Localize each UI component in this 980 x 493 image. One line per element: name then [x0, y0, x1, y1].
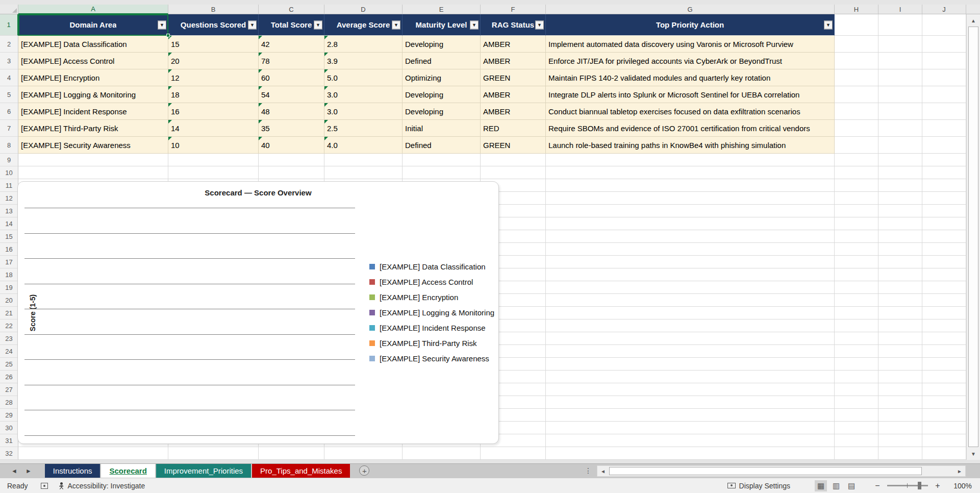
- cell-H17[interactable]: [835, 256, 878, 268]
- cell-E32[interactable]: [403, 447, 481, 460]
- cell-H16[interactable]: [835, 243, 878, 256]
- row-header-32[interactable]: 32: [0, 447, 18, 460]
- cell-H24[interactable]: [835, 345, 878, 358]
- cell-A1[interactable]: Domain Area▼: [18, 14, 168, 36]
- cell-G31[interactable]: [546, 434, 835, 447]
- legend-item[interactable]: [EXAMPLE] Third-Party Risk: [369, 335, 494, 351]
- cell-I1[interactable]: [878, 14, 922, 36]
- cell-A6[interactable]: [EXAMPLE] Incident Response: [18, 103, 168, 120]
- cell-H4[interactable]: [835, 69, 878, 86]
- cell-G18[interactable]: [546, 268, 835, 281]
- row-header-3[interactable]: 3: [0, 53, 18, 69]
- filter-dropdown-icon[interactable]: ▼: [824, 20, 833, 29]
- cell-B7[interactable]: 14: [168, 120, 259, 137]
- cell-I15[interactable]: [878, 230, 922, 243]
- cell-G14[interactable]: [546, 217, 835, 230]
- cell-J7[interactable]: [922, 120, 966, 137]
- row-header-25[interactable]: 25: [0, 358, 18, 371]
- cell-J4[interactable]: [922, 69, 966, 86]
- cell-J21[interactable]: [922, 307, 966, 319]
- cell-E1[interactable]: Maturity Level▼: [403, 14, 481, 36]
- cell-A5[interactable]: [EXAMPLE] Logging & Monitoring: [18, 86, 168, 103]
- row-header-31[interactable]: 31: [0, 434, 18, 447]
- cell-F7[interactable]: RED: [481, 120, 546, 137]
- cell-H12[interactable]: [835, 192, 878, 205]
- cell-J15[interactable]: [922, 230, 966, 243]
- column-header-F[interactable]: F: [481, 5, 546, 14]
- cell-I22[interactable]: [878, 319, 922, 332]
- cell-C4[interactable]: 60: [259, 69, 324, 86]
- cell-J30[interactable]: [922, 422, 966, 434]
- cell-G7[interactable]: Require SBOMs and evidence of ISO 27001 …: [546, 120, 835, 137]
- cell-I2[interactable]: [878, 36, 922, 53]
- cell-G26[interactable]: [546, 371, 835, 383]
- cell-E6[interactable]: Developing: [403, 103, 481, 120]
- cell-I7[interactable]: [878, 120, 922, 137]
- cell-J32[interactable]: [922, 447, 966, 460]
- cell-C2[interactable]: 42: [259, 36, 324, 53]
- cell-D3[interactable]: 3.9: [324, 53, 403, 69]
- cell-F32[interactable]: [481, 447, 546, 460]
- page-break-view-button[interactable]: ▤: [845, 480, 858, 491]
- cell-H3[interactable]: [835, 53, 878, 69]
- cell-B32[interactable]: [168, 447, 259, 460]
- cell-F6[interactable]: AMBER: [481, 103, 546, 120]
- cell-J1[interactable]: [922, 14, 966, 36]
- cell-B1[interactable]: Questions Scored▼: [168, 14, 259, 36]
- legend-item[interactable]: [EXAMPLE] Data Classification: [369, 259, 494, 274]
- row-header-23[interactable]: 23: [0, 332, 18, 345]
- zoom-level[interactable]: 100%: [951, 482, 972, 490]
- cell-I9[interactable]: [878, 154, 922, 166]
- cell-G3[interactable]: Enforce JIT/JEA for privileged accounts …: [546, 53, 835, 69]
- cell-G19[interactable]: [546, 281, 835, 294]
- cell-I32[interactable]: [878, 447, 922, 460]
- scroll-left-icon[interactable]: ◄: [597, 466, 609, 476]
- row-header-17[interactable]: 17: [0, 256, 18, 268]
- zoom-slider-thumb[interactable]: [918, 482, 921, 489]
- cell-H2[interactable]: [835, 36, 878, 53]
- cell-I31[interactable]: [878, 434, 922, 447]
- legend-item[interactable]: [EXAMPLE] Security Awareness: [369, 351, 494, 366]
- sheet-tab-scorecard[interactable]: Scorecard: [101, 464, 155, 478]
- zoom-slider[interactable]: [887, 485, 928, 486]
- cell-F3[interactable]: AMBER: [481, 53, 546, 69]
- cell-G4[interactable]: Maintain FIPS 140-2 validated modules an…: [546, 69, 835, 86]
- cell-J8[interactable]: [922, 137, 966, 154]
- cell-I3[interactable]: [878, 53, 922, 69]
- cell-C9[interactable]: [259, 154, 324, 166]
- cell-C6[interactable]: 48: [259, 103, 324, 120]
- cell-G9[interactable]: [546, 154, 835, 166]
- cell-I18[interactable]: [878, 268, 922, 281]
- cell-B2[interactable]: 15: [168, 36, 259, 53]
- cell-G17[interactable]: [546, 256, 835, 268]
- cell-J26[interactable]: [922, 371, 966, 383]
- cell-J17[interactable]: [922, 256, 966, 268]
- filter-dropdown-icon[interactable]: ▼: [314, 20, 322, 29]
- cell-I23[interactable]: [878, 332, 922, 345]
- cell-I11[interactable]: [878, 179, 922, 192]
- cell-G8[interactable]: Launch role-based training paths in Know…: [546, 137, 835, 154]
- cell-G10[interactable]: [546, 166, 835, 179]
- cell-A3[interactable]: [EXAMPLE] Access Control: [18, 53, 168, 69]
- row-header-28[interactable]: 28: [0, 396, 18, 409]
- cell-J2[interactable]: [922, 36, 966, 53]
- horizontal-scroll-track[interactable]: [609, 466, 954, 476]
- cell-E3[interactable]: Defined: [403, 53, 481, 69]
- row-header-9[interactable]: 9: [0, 154, 18, 166]
- row-header-8[interactable]: 8: [0, 137, 18, 154]
- cell-I25[interactable]: [878, 358, 922, 371]
- cell-B10[interactable]: [168, 166, 259, 179]
- horizontal-scrollbar[interactable]: ◄ ►: [597, 465, 966, 477]
- cell-J23[interactable]: [922, 332, 966, 345]
- page-layout-view-button[interactable]: ▥: [830, 480, 842, 491]
- column-header-H[interactable]: H: [835, 5, 878, 14]
- cell-G20[interactable]: [546, 294, 835, 307]
- cell-H31[interactable]: [835, 434, 878, 447]
- cell-H7[interactable]: [835, 120, 878, 137]
- cell-F9[interactable]: [481, 154, 546, 166]
- row-header-2[interactable]: 2: [0, 36, 18, 53]
- cell-D8[interactable]: 4.0: [324, 137, 403, 154]
- cell-I8[interactable]: [878, 137, 922, 154]
- cell-H22[interactable]: [835, 319, 878, 332]
- cell-I12[interactable]: [878, 192, 922, 205]
